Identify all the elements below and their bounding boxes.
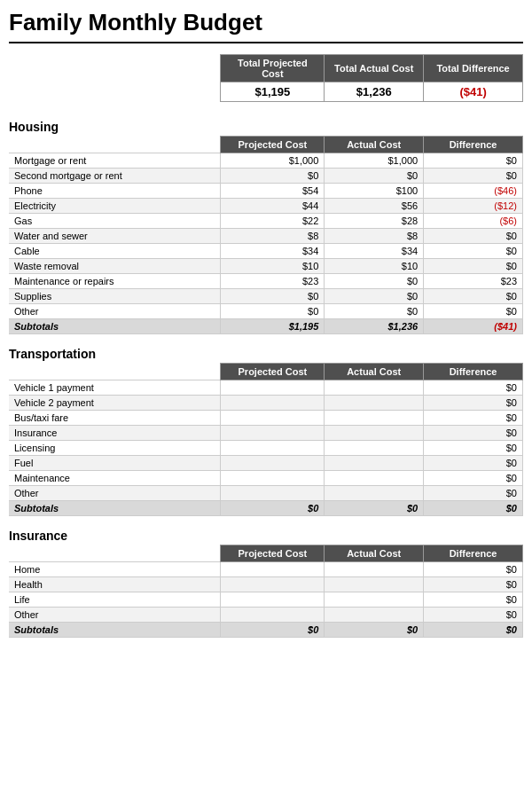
row-actual: $0: [325, 274, 424, 289]
subtotal-projected: $1,195: [221, 319, 325, 334]
row-label: Gas: [9, 214, 221, 229]
table-row: Electricity $44 $56 ($12): [9, 199, 523, 214]
row-projected: [221, 426, 325, 441]
row-actual: [325, 562, 424, 577]
row-label: Fuel: [9, 456, 221, 471]
budget-table-housing: Projected Cost Actual Cost Difference Mo…: [9, 136, 523, 334]
row-projected: $34: [221, 244, 325, 259]
row-diff: $0: [424, 441, 523, 456]
summary-actual-value: $1,236: [325, 82, 424, 102]
row-projected: [221, 411, 325, 426]
row-diff: $0: [424, 486, 523, 501]
row-label: Cable: [9, 244, 221, 259]
row-projected: $8: [221, 229, 325, 244]
row-actual: $100: [325, 184, 424, 199]
row-actual: $0: [325, 289, 424, 304]
row-label: Vehicle 1 payment: [9, 380, 221, 396]
subtotal-diff: $0: [424, 623, 523, 638]
row-diff: $0: [424, 169, 523, 184]
header-label-col-1: [9, 364, 221, 380]
row-actual: [325, 456, 424, 471]
subtotal-row: Subtotals $0 $0 $0: [9, 501, 523, 516]
summary-diff-value: ($41): [424, 82, 523, 102]
row-diff: ($46): [424, 184, 523, 199]
row-label: Supplies: [9, 289, 221, 304]
row-actual: $8: [325, 229, 424, 244]
table-row: Bus/taxi fare $0: [9, 411, 523, 426]
row-label: Other: [9, 304, 221, 319]
row-diff: ($12): [424, 199, 523, 214]
header-projected-0: Projected Cost: [221, 137, 325, 153]
row-actual: $1,000: [325, 153, 424, 169]
row-diff: $0: [424, 259, 523, 274]
row-label: Bus/taxi fare: [9, 411, 221, 426]
subtotal-label: Subtotals: [9, 319, 221, 334]
row-actual: [325, 426, 424, 441]
row-label: Water and sewer: [9, 229, 221, 244]
subtotal-projected: $0: [221, 501, 325, 516]
budget-table-insurance: Projected Cost Actual Cost Difference Ho…: [9, 545, 523, 638]
subtotal-row: Subtotals $0 $0 $0: [9, 623, 523, 638]
subtotal-label: Subtotals: [9, 623, 221, 638]
row-actual: $28: [325, 214, 424, 229]
table-row: Cable $34 $34 $0: [9, 244, 523, 259]
row-diff: $0: [424, 411, 523, 426]
row-projected: $44: [221, 199, 325, 214]
subtotal-actual: $1,236: [325, 319, 424, 334]
row-label: Phone: [9, 184, 221, 199]
row-label: Other: [9, 608, 221, 623]
row-actual: [325, 441, 424, 456]
row-label: Licensing: [9, 441, 221, 456]
subtotal-actual: $0: [325, 623, 424, 638]
row-diff: $0: [424, 396, 523, 411]
row-projected: $23: [221, 274, 325, 289]
row-projected: $0: [221, 169, 325, 184]
row-label: Vehicle 2 payment: [9, 396, 221, 411]
row-diff: $0: [424, 229, 523, 244]
row-actual: [325, 396, 424, 411]
summary-header-diff: Total Difference: [424, 55, 523, 82]
row-diff: $0: [424, 380, 523, 396]
table-row: Gas $22 $28 ($6): [9, 214, 523, 229]
table-row: Waste removal $10 $10 $0: [9, 259, 523, 274]
row-projected: $0: [221, 304, 325, 319]
subtotal-label: Subtotals: [9, 501, 221, 516]
row-projected: [221, 608, 325, 623]
subtotal-diff: ($41): [424, 319, 523, 334]
row-diff: $0: [424, 244, 523, 259]
header-actual-2: Actual Cost: [325, 545, 424, 562]
header-actual-0: Actual Cost: [325, 137, 424, 153]
row-label: Maintenance: [9, 471, 221, 486]
row-projected: $10: [221, 259, 325, 274]
header-label-col-0: [9, 137, 221, 153]
row-actual: $56: [325, 199, 424, 214]
table-row: Maintenance or repairs $23 $0 $23: [9, 274, 523, 289]
table-row: Supplies $0 $0 $0: [9, 289, 523, 304]
table-row: Other $0: [9, 486, 523, 501]
section-header-housing: Housing: [9, 120, 523, 134]
row-projected: [221, 592, 325, 608]
table-row: Water and sewer $8 $8 $0: [9, 229, 523, 244]
row-actual: [325, 411, 424, 426]
section-header-insurance: Insurance: [9, 529, 523, 543]
row-actual: $0: [325, 169, 424, 184]
row-projected: [221, 577, 325, 592]
row-diff: $0: [424, 562, 523, 577]
row-diff: $0: [424, 426, 523, 441]
header-diff-0: Difference: [424, 137, 523, 153]
row-diff: $0: [424, 289, 523, 304]
row-diff: $0: [424, 592, 523, 608]
row-label: Health: [9, 577, 221, 592]
row-actual: [325, 608, 424, 623]
budget-table-transportation: Projected Cost Actual Cost Difference Ve…: [9, 363, 523, 516]
table-row: Other $0 $0 $0: [9, 304, 523, 319]
table-row: Vehicle 1 payment $0: [9, 380, 523, 396]
table-row: Second mortgage or rent $0 $0 $0: [9, 169, 523, 184]
row-projected: [221, 396, 325, 411]
header-projected-1: Projected Cost: [221, 364, 325, 380]
table-row: Life $0: [9, 592, 523, 608]
row-label: Second mortgage or rent: [9, 169, 221, 184]
row-projected: $54: [221, 184, 325, 199]
header-diff-1: Difference: [424, 364, 523, 380]
row-projected: [221, 562, 325, 577]
